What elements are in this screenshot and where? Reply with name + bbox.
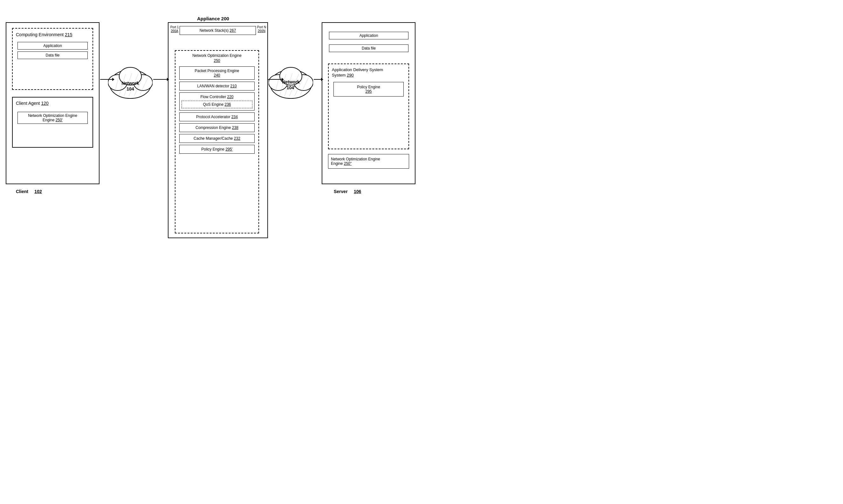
server-label: Server 106 [334,189,361,194]
application-box-client: Application [17,42,88,50]
client-agent-label: Client Agent 120 [13,97,92,107]
datafile-box-server: Data file [329,44,409,52]
noe-prime-box: Network Optimization Engine Engine 250' [17,112,88,124]
svg-text:104: 104 [126,86,134,91]
svg-text:104': 104' [287,85,295,90]
client-agent-box: Client Agent 120 Network Optimization En… [12,97,93,148]
portN-label: Port N 266N [257,25,266,33]
diagram-container: Appliance 200 Computing Environment 215 … [0,0,422,252]
flow-label: Flow Controller 220 [182,95,253,99]
svg-text:Network: Network [121,81,139,86]
network-stacks-box: Network Stack(s) 267 [179,26,256,35]
noe-title: Network Optimization Engine 250 [175,51,258,64]
svg-marker-27 [167,78,169,81]
svg-marker-29 [282,78,284,81]
cache-box: Cache Manager/Cache 232 [179,134,255,143]
appliance-title: Appliance 200 [197,16,229,21]
svg-text:Network: Network [282,79,299,85]
svg-marker-31 [321,78,323,81]
client-label: Client 102 [16,189,42,194]
app-delivery-box: Application Delivery System System 290 P… [328,64,409,149]
noe-double-box: Network Optimization Engine Engine 250'' [328,154,409,169]
qos-box: QoS Engine 236 [182,101,253,108]
datafile-box-client: Data file [17,51,88,59]
proto-box: Protocol Accelerator 234 [179,112,255,121]
ppe-box: Packet Processing Engine 240 [179,66,255,80]
app-delivery-label: Application Delivery System System 290 [329,64,409,79]
lanwan-box: LAN/WAN detector 210 [179,82,255,91]
computing-env-box: Computing Environment 215 Application Da… [12,28,93,90]
noe-outer-dashed: Network Optimization Engine 250 Packet P… [175,50,259,233]
compress-box: Compression Engine 238 [179,123,255,132]
computing-env-label: Computing Environment 215 [13,29,92,39]
port1-label: Port 1 266A [170,25,179,33]
application-box-server: Application [329,32,409,39]
flow-qos-group: Flow Controller 220 QoS Engine 236 [179,92,255,110]
policy-engine-server-box: Policy Engine 295 [333,82,404,96]
svg-marker-25 [112,78,115,81]
policy-prime-box: Policy Engine 295' [179,145,255,154]
cloud-left: Network 104 [108,62,153,100]
